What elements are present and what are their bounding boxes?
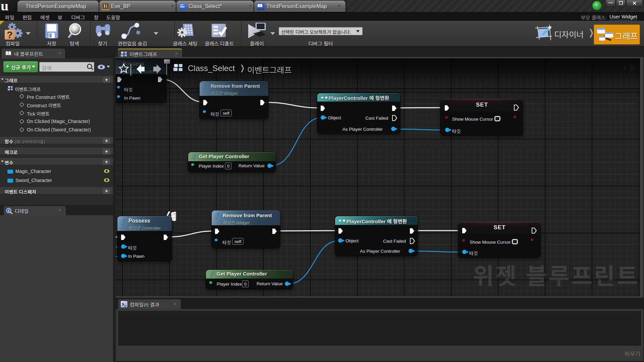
svg-text:i: i: [8, 208, 9, 213]
svg-text:?: ?: [7, 29, 13, 40]
